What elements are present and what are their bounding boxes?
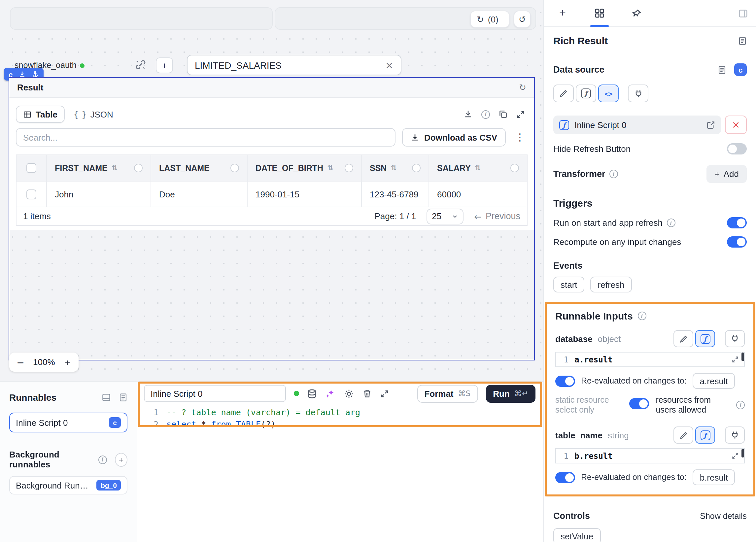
info-icon[interactable]: i — [481, 110, 490, 119]
tab-components[interactable] — [581, 0, 618, 26]
anchor-icon[interactable] — [32, 71, 39, 78]
recompute-toggle[interactable] — [727, 236, 747, 248]
column-header[interactable]: DATE_OF_BIRTH ⇅ — [248, 155, 362, 181]
reeval-toggle[interactable] — [555, 375, 575, 387]
settings-gear-icon[interactable] — [344, 389, 354, 398]
function-mode-button[interactable]: ƒ — [576, 85, 596, 102]
docs-icon[interactable] — [738, 36, 747, 45]
row-checkbox[interactable] — [26, 189, 36, 199]
download-icon[interactable] — [464, 110, 473, 119]
reeval-toggle[interactable] — [555, 472, 575, 483]
download-icon[interactable] — [18, 71, 26, 78]
info-icon[interactable]: i — [609, 170, 618, 178]
edit-pencil-button[interactable] — [673, 330, 693, 347]
refresh-count-button[interactable]: ↻ (0) — [470, 11, 510, 28]
docs-icon[interactable] — [119, 393, 127, 402]
function-mode-button[interactable]: ƒ — [695, 426, 715, 444]
sort-icon[interactable]: ⇅ — [327, 164, 333, 172]
previous-page-button[interactable]: ← Previous — [474, 211, 520, 221]
run-button[interactable]: Run ⌘↵ — [486, 385, 535, 402]
format-button[interactable]: Format ⌘S — [417, 385, 478, 402]
docs-icon[interactable] — [718, 65, 726, 74]
select-all-checkbox[interactable] — [26, 163, 36, 173]
external-link-icon[interactable] — [706, 120, 715, 129]
zoom-in-button[interactable]: + — [58, 357, 77, 367]
trash-icon[interactable] — [362, 389, 372, 398]
table-name-input[interactable] — [195, 60, 385, 70]
add-transformer-button[interactable]: + Add — [707, 165, 747, 183]
input-code-editor[interactable]: 1 a.result — [555, 352, 745, 367]
tab-add[interactable]: + — [544, 0, 581, 26]
plug-connect-button[interactable] — [725, 330, 745, 347]
database-icon[interactable] — [307, 389, 317, 398]
tab-pin[interactable] — [618, 0, 655, 26]
column-header[interactable]: SALARY ⇅ — [429, 155, 527, 181]
scrollbar-thumb[interactable] — [741, 449, 744, 457]
column-circle-icon[interactable] — [134, 164, 143, 172]
zoom-out-button[interactable]: − — [11, 357, 30, 367]
input-code-editor[interactable]: 1 b.result — [555, 448, 745, 463]
code-mode-button[interactable]: <> — [598, 85, 619, 102]
clipboard-icon[interactable] — [498, 110, 508, 119]
expand-icon[interactable] — [380, 389, 389, 398]
ai-wand-icon[interactable] — [326, 389, 335, 398]
runnable-item[interactable]: Inline Script 0 c — [9, 413, 127, 432]
function-mode-button[interactable]: ƒ — [695, 330, 715, 347]
edit-pencil-button[interactable] — [673, 426, 693, 444]
table-row[interactable]: John Doe 1990-01-15 123-45-6789 60000 — [17, 181, 527, 207]
canvas[interactable]: ↻ (0) ↺ snowflake_oauth c + × — [0, 0, 543, 381]
reeval-target-chip[interactable]: b.result — [693, 469, 735, 485]
page-size-select[interactable]: 25 — [427, 208, 464, 224]
info-icon[interactable]: i — [637, 312, 646, 320]
event-chip-refresh[interactable]: refresh — [591, 277, 632, 292]
plug-connect-button[interactable] — [725, 426, 745, 444]
info-icon[interactable]: i — [98, 455, 107, 464]
panel-layout-icon[interactable] — [102, 393, 111, 402]
column-circle-icon[interactable] — [345, 164, 353, 172]
show-details-link[interactable]: Show details — [700, 511, 747, 521]
expand-icon[interactable] — [732, 452, 739, 459]
add-component-button[interactable]: + — [156, 57, 173, 73]
linked-script[interactable]: ƒ Inline Script 0 — [553, 116, 721, 134]
background-runnable-item[interactable]: Background Runna... bg_0 — [9, 476, 127, 494]
column-header[interactable]: FIRST_NAME ⇅ — [47, 155, 151, 181]
plug-connect-button[interactable] — [628, 85, 648, 102]
kebab-menu-icon[interactable]: ⋮ — [515, 131, 525, 143]
expand-icon[interactable] — [732, 356, 739, 363]
sort-icon[interactable]: ⇅ — [112, 164, 118, 172]
column-circle-icon[interactable] — [510, 164, 519, 172]
reeval-target-chip[interactable]: a.result — [693, 373, 735, 389]
column-header[interactable]: SSN ⇅ — [362, 155, 429, 181]
column-circle-icon[interactable] — [412, 164, 421, 172]
hide-refresh-toggle[interactable] — [727, 143, 747, 154]
info-icon[interactable]: i — [667, 219, 675, 227]
plus-icon: + — [559, 7, 566, 20]
result-component[interactable]: Result ↻ Table { } JSON — [9, 77, 535, 360]
code-editor-area[interactable]: 1 -- ? table_name (varchar) = default ar… — [137, 407, 543, 430]
event-chip-start[interactable]: start — [553, 277, 585, 292]
unlink-icon[interactable] — [135, 59, 147, 71]
sort-icon[interactable]: ⇅ — [475, 164, 481, 172]
script-name-input[interactable] — [144, 385, 286, 402]
collapse-panel-icon[interactable] — [738, 8, 748, 18]
info-icon[interactable]: i — [736, 401, 745, 409]
zoom-control: − 100% + — [9, 353, 79, 372]
column-header[interactable]: LAST_NAME — [151, 155, 248, 181]
tab-table[interactable]: Table — [16, 106, 65, 123]
edit-pencil-button[interactable] — [553, 85, 574, 102]
remove-script-button[interactable]: × — [725, 116, 747, 134]
resources-from-users-toggle[interactable] — [629, 398, 649, 409]
set-value-chip[interactable]: setValue — [553, 528, 601, 542]
search-input[interactable] — [16, 128, 396, 147]
tab-json[interactable]: { } JSON — [73, 109, 113, 119]
refresh-icon[interactable]: ↻ — [519, 83, 526, 92]
add-background-runnable-button[interactable]: + — [115, 453, 127, 466]
fullscreen-icon[interactable] — [516, 110, 525, 119]
sort-icon[interactable]: ⇅ — [391, 164, 396, 172]
download-csv-button[interactable]: Download as CSV — [402, 128, 506, 147]
column-circle-icon[interactable] — [230, 164, 239, 172]
history-button[interactable]: ↺ — [514, 11, 531, 28]
clear-input-icon[interactable]: × — [385, 59, 394, 71]
scrollbar-thumb[interactable] — [741, 353, 744, 361]
run-on-start-toggle[interactable] — [727, 217, 747, 228]
